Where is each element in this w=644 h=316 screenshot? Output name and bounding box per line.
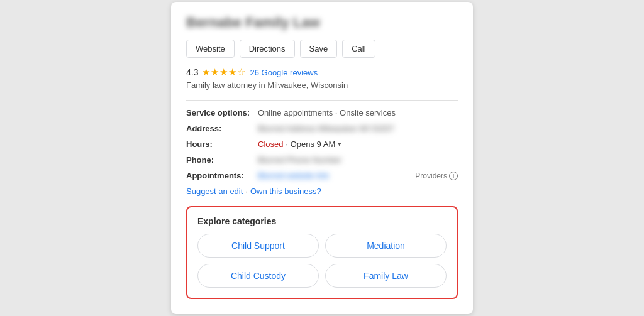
website-button[interactable]: Website xyxy=(186,40,235,58)
info-section: Service options: Online appointments · O… xyxy=(186,108,458,180)
suggest-edit-link[interactable]: Suggest an edit xyxy=(186,187,243,196)
hours-closed: Closed xyxy=(258,139,283,149)
suggest-row: Suggest an edit · Own this business? xyxy=(186,187,458,196)
rating-stars: ★★★★☆ xyxy=(202,67,246,78)
save-button[interactable]: Save xyxy=(300,40,338,58)
divider-1 xyxy=(186,100,458,101)
categories-grid: Child Support Mediation Child Custody Fa… xyxy=(197,234,447,288)
address-row: Address: Blurred Address Milwaukee WI 53… xyxy=(186,124,458,133)
phone-value: Blurred Phone Number xyxy=(258,155,341,165)
hours-detail: Closed · Opens 9 AM ▾ xyxy=(258,139,341,149)
hours-opens: · Opens 9 AM xyxy=(286,139,335,149)
providers-label: Providers xyxy=(415,172,447,180)
hours-chevron-icon[interactable]: ▾ xyxy=(338,140,341,148)
directions-button[interactable]: Directions xyxy=(240,40,295,58)
own-business-link[interactable]: Own this business? xyxy=(250,187,321,196)
phone-label: Phone: xyxy=(186,155,255,165)
rating-row: 4.3 ★★★★☆ 26 Google reviews xyxy=(186,67,458,78)
suggest-separator: · xyxy=(245,187,248,196)
hours-label: Hours: xyxy=(186,139,255,149)
providers-info-icon[interactable]: i xyxy=(449,172,458,180)
address-label: Address: xyxy=(186,124,255,133)
appointments-label: Appointments: xyxy=(186,171,255,180)
rating-number: 4.3 xyxy=(186,67,198,77)
appointments-row: Appointments: Blurred website link Provi… xyxy=(186,171,458,180)
address-value: Blurred Address Milwaukee WI 53207 xyxy=(258,124,394,133)
reviews-link[interactable]: 26 Google reviews xyxy=(250,68,318,77)
call-button[interactable]: Call xyxy=(342,40,375,58)
business-card: Bernabe Family Law Website Directions Sa… xyxy=(171,2,473,314)
category-child-custody[interactable]: Child Custody xyxy=(197,264,319,288)
category-mediation[interactable]: Mediation xyxy=(325,234,447,258)
service-options-row: Service options: Online appointments · O… xyxy=(186,108,458,117)
hours-row: Hours: Closed · Opens 9 AM ▾ xyxy=(186,139,458,149)
category-family-law[interactable]: Family Law xyxy=(325,264,447,288)
explore-categories-section: Explore categories Child Support Mediati… xyxy=(186,206,458,299)
business-name: Bernabe Family Law xyxy=(186,14,458,31)
explore-title: Explore categories xyxy=(197,216,447,226)
category-child-support[interactable]: Child Support xyxy=(197,234,319,258)
service-options-label: Service options: xyxy=(186,108,255,117)
business-type: Family law attorney in Milwaukee, Wiscon… xyxy=(186,80,458,90)
providers-section: Providers i xyxy=(415,172,458,180)
action-buttons-row: Website Directions Save Call xyxy=(186,40,458,58)
appointments-value[interactable]: Blurred website link xyxy=(258,171,329,180)
service-options-value: Online appointments · Onsite services xyxy=(258,108,396,117)
phone-row: Phone: Blurred Phone Number xyxy=(186,155,458,165)
